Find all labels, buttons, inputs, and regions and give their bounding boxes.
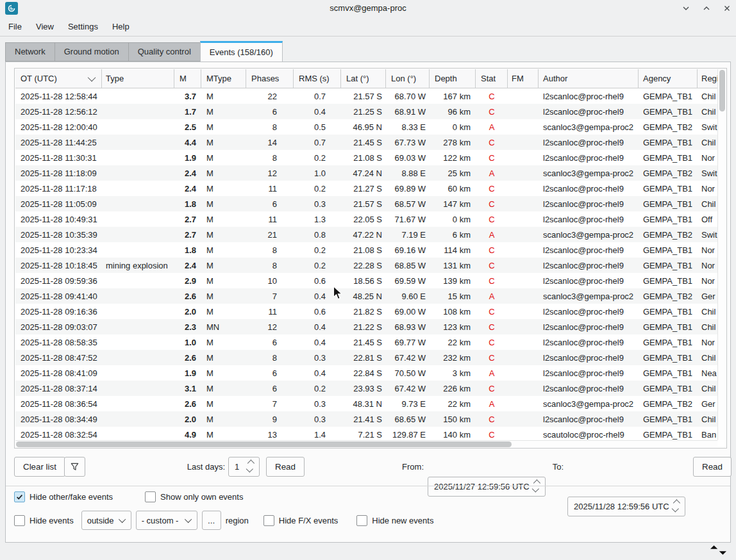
show-only-own-events-checkbox[interactable] xyxy=(145,491,156,502)
table-row[interactable]: 2025-11-28 08:37:143.1M60.223.93 S67.42 … xyxy=(15,381,717,396)
table-row[interactable]: 2025-11-28 09:41:402.6M70.448.25 N9.60 E… xyxy=(15,288,717,304)
title-bar[interactable]: scmvx@gempa-proc xyxy=(0,0,736,17)
cell-m: 2.6 xyxy=(174,399,201,409)
clear-list-button[interactable]: Clear list xyxy=(14,457,65,477)
from-datetime-input[interactable] xyxy=(428,482,532,491)
vertical-scrollbar[interactable] xyxy=(717,69,726,440)
column-header-lon[interactable]: Lon (°) xyxy=(386,69,430,88)
vertical-scrollbar-thumb[interactable] xyxy=(719,70,725,111)
cell-lat: 21.45 S xyxy=(341,138,386,147)
last-days-spin-arrows[interactable] xyxy=(247,457,256,476)
table-row[interactable]: 2025-11-28 08:47:522.6M80.322.81 S67.42 … xyxy=(15,350,717,365)
inside-outside-combobox[interactable]: outside xyxy=(81,511,131,530)
menu-item-file[interactable]: File xyxy=(1,19,29,35)
filter-button[interactable] xyxy=(64,457,85,477)
column-header-phases[interactable]: Phases xyxy=(246,69,294,88)
cell-phases: 7 xyxy=(246,399,294,409)
read-range-button[interactable]: Read xyxy=(693,457,732,477)
column-header-rms[interactable]: RMS (s) xyxy=(294,69,341,88)
spin-down-icon[interactable] xyxy=(246,465,253,472)
close-button[interactable] xyxy=(722,3,732,13)
table-row[interactable]: 2025-11-28 10:18:45mining explosion2.4M8… xyxy=(15,258,717,273)
menu-item-view[interactable]: View xyxy=(29,19,61,35)
table-row[interactable]: 2025-11-28 11:30:311.9M80.221.08 S69.03 … xyxy=(15,150,717,165)
to-spin-arrows[interactable] xyxy=(673,497,682,516)
tab-network[interactable]: Network xyxy=(5,42,54,62)
column-header-m[interactable]: M xyxy=(174,69,201,88)
cell-stat: C xyxy=(476,261,508,270)
cell-ot: 2025-11-28 08:34:49 xyxy=(15,415,102,424)
hide-events-checkbox[interactable] xyxy=(14,515,25,526)
tab-quality-control[interactable]: Quality control xyxy=(128,42,200,62)
column-header-author[interactable]: Author xyxy=(539,69,639,88)
last-days-input[interactable] xyxy=(229,462,246,472)
cell-phases: 6 xyxy=(246,368,294,378)
hide-other-fake-events-checkbox[interactable] xyxy=(14,491,25,502)
table-row[interactable]: 2025-11-28 12:56:121.7M60.421.25 S68.91 … xyxy=(15,104,717,119)
table-row[interactable]: 2025-11-28 08:32:544.9M131.47.21 S129.87… xyxy=(15,427,717,440)
column-header-mtype[interactable]: MType xyxy=(201,69,246,88)
resize-grip-icon[interactable] xyxy=(710,543,726,558)
horizontal-scrollbar[interactable] xyxy=(15,440,717,447)
cell-stat: C xyxy=(476,384,508,393)
to-datetime-input[interactable] xyxy=(568,502,672,511)
region-preset-combobox[interactable]: - custom - xyxy=(136,511,197,530)
cell-m: 3.7 xyxy=(174,92,201,101)
table-row[interactable]: 2025-11-28 10:23:341.8M80.221.08 S69.16 … xyxy=(15,242,717,258)
spin-down-icon[interactable] xyxy=(672,505,679,512)
cell-m: 2.5 xyxy=(174,122,201,132)
cell-m: 1.8 xyxy=(174,245,201,255)
cell-phases: 8 xyxy=(246,153,294,163)
column-label-m: M xyxy=(180,74,187,83)
table-row[interactable]: 2025-11-28 09:16:362.0M110.621.82 S69.00… xyxy=(15,304,717,319)
tab-ground-motion[interactable]: Ground motion xyxy=(54,42,128,62)
table-row[interactable]: 2025-11-28 08:34:492.0M90.321.41 S68.65 … xyxy=(15,411,717,427)
cell-depth: 122 km xyxy=(430,153,476,163)
table-row[interactable]: 2025-11-28 12:00:402.5M80.546.95 N8.33 E… xyxy=(15,119,717,135)
cell-author: l2scanloc@proc-rhel9 xyxy=(539,307,639,317)
cell-lat: 21.82 S xyxy=(341,307,386,317)
maximize-button[interactable] xyxy=(701,3,712,13)
table-body: 2025-11-28 12:58:443.7M220.721.57 S68.70… xyxy=(15,88,717,440)
table-row[interactable]: 2025-11-28 09:03:072.3MN120.421.22 S68.9… xyxy=(15,319,717,334)
column-header-ot[interactable]: OT (UTC) xyxy=(15,69,102,88)
table-row[interactable]: 2025-11-28 10:49:312.7M111.322.05 S71.67… xyxy=(15,211,717,227)
hide-fx-events-checkbox[interactable] xyxy=(263,515,274,526)
column-header-depth[interactable]: Depth xyxy=(430,69,476,88)
from-spin-arrows[interactable] xyxy=(533,477,542,496)
cell-ot: 2025-11-28 09:41:40 xyxy=(15,292,102,301)
cell-agency: GEMPA_TB1 xyxy=(639,245,698,255)
table-row[interactable]: 2025-11-28 08:36:542.6M70.348.31 N9.73 E… xyxy=(15,396,717,411)
table-row[interactable]: 2025-11-28 11:18:092.4M121.047.24 N8.88 … xyxy=(15,165,717,181)
column-header-fm[interactable]: FM xyxy=(508,69,539,88)
tab-events-158-160[interactable]: Events (158/160) xyxy=(200,41,283,62)
column-header-stat[interactable]: Stat xyxy=(476,69,508,88)
menu-item-settings[interactable]: Settings xyxy=(61,19,105,35)
table-row[interactable]: 2025-11-28 11:17:182.4M110.221.27 S69.89… xyxy=(15,181,717,196)
from-datetime-field[interactable] xyxy=(428,477,546,497)
cell-author: scanloc3@gempa-proc2 xyxy=(539,399,639,409)
cell-ot: 2025-11-28 10:23:34 xyxy=(15,245,102,255)
column-header-lat[interactable]: Lat (°) xyxy=(341,69,386,88)
column-header-type[interactable]: Type xyxy=(102,69,174,88)
table-row[interactable]: 2025-11-28 11:44:254.4M140.721.45 S67.73… xyxy=(15,135,717,150)
column-header-agency[interactable]: Agency xyxy=(639,69,698,88)
chevron-down-icon xyxy=(185,516,192,523)
table-row[interactable]: 2025-11-28 08:58:351.0M60.421.45 S69.77 … xyxy=(15,334,717,350)
menu-item-help[interactable]: Help xyxy=(105,19,137,35)
read-lastdays-button[interactable]: Read xyxy=(266,457,305,477)
hide-new-events-checkbox[interactable] xyxy=(356,515,367,526)
cell-ot: 2025-11-28 11:17:18 xyxy=(15,184,102,194)
region-more-button[interactable]: ... xyxy=(202,511,221,530)
horizontal-scrollbar-thumb[interactable] xyxy=(16,441,512,447)
last-days-spinbox[interactable] xyxy=(228,457,260,477)
table-row[interactable]: 2025-11-28 09:59:362.9M100.618.56 S69.59… xyxy=(15,273,717,288)
to-datetime-field[interactable] xyxy=(567,497,685,516)
table-row[interactable]: 2025-11-28 12:58:443.7M220.721.57 S68.70… xyxy=(15,88,717,104)
maximize-icon xyxy=(703,4,710,12)
column-header-region[interactable]: Region xyxy=(698,69,717,88)
minimize-button[interactable] xyxy=(681,3,691,13)
table-row[interactable]: 2025-11-28 11:05:091.8M60.321.57 S68.57 … xyxy=(15,196,717,211)
table-row[interactable]: 2025-11-28 10:35:392.7M210.847.22 N7.19 … xyxy=(15,227,717,242)
table-row[interactable]: 2025-11-28 08:41:091.9M60.422.84 S70.50 … xyxy=(15,365,717,381)
